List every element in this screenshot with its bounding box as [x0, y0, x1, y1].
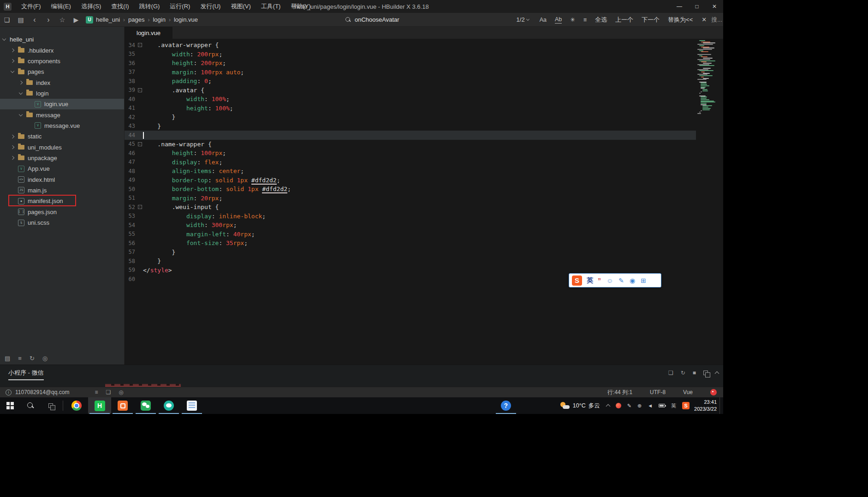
sogou-tray-icon[interactable]: S: [682, 402, 690, 409]
chevron-right-icon[interactable]: [11, 48, 14, 52]
pen-tray-icon[interactable]: ✎: [627, 403, 631, 409]
code-line-45[interactable]: 45- .name-wrapper {: [125, 140, 696, 149]
chevron-right-icon[interactable]: [11, 156, 14, 160]
tree-item-login.vue[interactable]: Vlogin.vue: [0, 99, 124, 109]
code-line-40[interactable]: 40 width: 100%;: [125, 95, 696, 104]
breadcrumb-item-login.vue[interactable]: login.vue: [174, 16, 198, 23]
fold-icon[interactable]: -: [137, 142, 143, 146]
close-button[interactable]: ✕: [706, 0, 723, 13]
code-line-38[interactable]: 38 padding: 0;: [125, 77, 696, 86]
punctuation-icon[interactable]: ”: [598, 277, 601, 284]
code-line-48[interactable]: 48 align-items: center;: [125, 167, 696, 176]
chevron-right-icon[interactable]: [11, 135, 14, 138]
tray-app-badge-icon[interactable]: [616, 403, 621, 408]
notes-taskbar-icon[interactable]: [180, 397, 203, 414]
code-line-44[interactable]: 44: [125, 131, 696, 140]
wechat-taskbar-icon[interactable]: [134, 397, 157, 414]
code-line-35[interactable]: 35 width: 200rpx;: [125, 50, 696, 59]
tree-item-message[interactable]: message: [0, 109, 124, 120]
battery-icon[interactable]: [659, 404, 665, 407]
sidebar-tool-icon-2[interactable]: ↻: [30, 355, 35, 362]
code-line-43[interactable]: 43 }: [125, 122, 696, 131]
star-icon[interactable]: ☆: [55, 16, 69, 24]
code-line-56[interactable]: 56 font-size: 35rpx;: [125, 239, 696, 248]
handwriting-icon[interactable]: ✎: [618, 277, 624, 284]
panel-layout-icon[interactable]: [703, 371, 708, 375]
tree-item-manifest.json[interactable]: ✱manifest.json: [0, 196, 124, 206]
replace-button[interactable]: 替换为<<: [668, 16, 693, 24]
account-email[interactable]: 1107082914@qq.com: [15, 389, 69, 395]
tree-item-static[interactable]: static: [0, 131, 124, 142]
menu-查找(I)[interactable]: 查找(I): [106, 0, 134, 13]
search-filter-icon[interactable]: ≡: [583, 17, 587, 23]
chevron-right-icon[interactable]: [19, 81, 23, 84]
messenger-taskbar-icon[interactable]: [157, 397, 180, 414]
network-tray-icon[interactable]: ⊕: [637, 403, 642, 409]
code-line-52[interactable]: 52- .weui-input {: [125, 203, 696, 212]
tree-item-.hbuilderx[interactable]: .hbuilderx: [0, 45, 124, 55]
fold-icon[interactable]: -: [137, 88, 143, 92]
new-file-icon[interactable]: ❏: [0, 16, 14, 24]
breadcrumb-item-helle_uni[interactable]: helle_uni: [96, 16, 120, 23]
code-line-37[interactable]: 37 margin: 100rpx auto;: [125, 68, 696, 77]
menu-发行(U)[interactable]: 发行(U): [195, 0, 226, 13]
tree-item-message.vue[interactable]: Vmessage.vue: [0, 120, 124, 131]
chevron-right-icon[interactable]: [11, 59, 14, 63]
sidebar-tool-icon-0[interactable]: ▤: [5, 355, 10, 362]
code-line-51[interactable]: 51 margin: 20rpx;: [125, 194, 696, 203]
stop-icon[interactable]: ■: [693, 370, 696, 376]
code-viewport[interactable]: 34- .avatar-wrapper {35 width: 200rpx;36…: [125, 39, 723, 365]
emoji-icon[interactable]: ☺: [606, 277, 613, 284]
search-close-icon[interactable]: ✕: [702, 16, 707, 23]
code-line-57[interactable]: 57 }: [125, 248, 696, 257]
cursor-position[interactable]: 行:44 列:1: [607, 389, 632, 396]
code-line-54[interactable]: 54 width: 300rpx;: [125, 221, 696, 230]
run-icon[interactable]: ▶: [69, 16, 83, 24]
forward-icon[interactable]: ›: [42, 16, 55, 24]
search-input[interactable]: onChooseAvatar: [355, 16, 399, 23]
tree-item-helle_uni[interactable]: helle_uni: [0, 34, 124, 45]
minimize-button[interactable]: —: [671, 0, 688, 13]
ime-language-toggle[interactable]: 英: [587, 276, 593, 285]
toolbox-icon[interactable]: ⊞: [641, 277, 646, 284]
chevron-down-icon[interactable]: [19, 91, 23, 95]
tree-item-components[interactable]: components: [0, 56, 124, 66]
tree-item-uni.scss[interactable]: Suni.scss: [0, 217, 124, 228]
code-line-49[interactable]: 49 border-top: solid 1px #dfd2d2;: [125, 176, 696, 185]
tray-expand-icon[interactable]: [606, 404, 610, 409]
code-line-46[interactable]: 46 height: 100rpx;: [125, 149, 696, 158]
code-line-58[interactable]: 58 }: [125, 257, 696, 266]
statusbar-icon-2[interactable]: ◎: [119, 389, 123, 395]
previous-match-button[interactable]: 上一个: [615, 16, 633, 24]
sidebar-tool-icon-1[interactable]: ≡: [18, 355, 22, 362]
tree-item-index[interactable]: index: [0, 77, 124, 88]
account-icon[interactable]: i: [6, 389, 12, 395]
sidebar-tool-icon-3[interactable]: ◎: [42, 355, 48, 362]
fold-icon[interactable]: -: [137, 43, 143, 47]
code-line-41[interactable]: 41 height: 100%;: [125, 104, 696, 113]
next-match-button[interactable]: 下一个: [642, 16, 660, 24]
encoding-indicator[interactable]: UTF-8: [650, 389, 666, 395]
tree-item-uni_modules[interactable]: uni_modules: [0, 142, 124, 152]
tree-item-main.js[interactable]: JSmain.js: [0, 185, 124, 196]
chevron-right-icon[interactable]: [11, 145, 14, 149]
code-line-50[interactable]: 50 border-bottom: solid 1px #dfd2d2;: [125, 185, 696, 194]
code-line-42[interactable]: 42 }: [125, 113, 696, 122]
menu-选择(S)[interactable]: 选择(S): [76, 0, 106, 13]
start-button[interactable]: [0, 397, 20, 414]
help-taskbar-icon[interactable]: ?: [494, 397, 517, 414]
language-mode[interactable]: Vue: [683, 389, 693, 395]
show-desktop-button[interactable]: [719, 397, 723, 414]
code-line-34[interactable]: 34- .avatar-wrapper {: [125, 41, 696, 50]
whole-word-toggle[interactable]: Ab: [555, 16, 562, 24]
save-icon[interactable]: ▤: [14, 16, 28, 24]
tree-item-unpackage[interactable]: unpackage: [0, 153, 124, 163]
console-tab-miniprogram-wechat[interactable]: 小程序 - 微信: [8, 369, 44, 380]
taskbar-clock[interactable]: 23:41 2023/3/22: [694, 399, 717, 413]
notification-badge[interactable]: [710, 389, 717, 395]
code-line-47[interactable]: 47 display: flex;: [125, 158, 696, 167]
statusbar-icon-1[interactable]: ❏: [106, 389, 111, 395]
fold-icon[interactable]: -: [137, 205, 143, 209]
open-external-icon[interactable]: ❏: [668, 370, 673, 376]
volume-tray-icon[interactable]: ◄: [648, 403, 653, 408]
